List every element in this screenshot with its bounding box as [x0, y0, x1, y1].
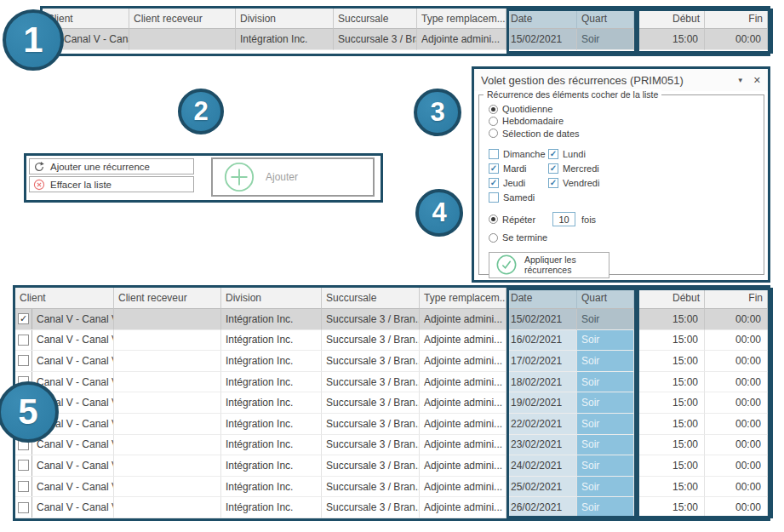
day-checkbox-lundi[interactable]: ✓Lundi [548, 148, 650, 160]
quart-value: Soir [577, 372, 634, 393]
column-header-succursale[interactable]: Succursale [334, 9, 417, 29]
fin-value: 00:00 [705, 309, 768, 330]
date-value: 25/02/2021 [506, 477, 577, 498]
checkbox-label: Vendredi [563, 178, 599, 188]
succursale-value: Succursale 3 / Bran... [322, 414, 420, 435]
table-row[interactable]: ✓Canal V - Canal V...Intégration Inc.Suc… [43, 29, 768, 50]
column-header-client-receveur[interactable]: Client receveur [114, 288, 221, 309]
checkbox-cell [15, 351, 32, 371]
debut-value: 15:00 [634, 435, 705, 456]
row-checkbox[interactable] [18, 355, 29, 366]
debut-value: 15:00 [634, 309, 705, 330]
column-header-division[interactable]: Division [236, 9, 334, 29]
add-recurrence-button[interactable]: Ajouter une récurrence [29, 158, 194, 174]
checkbox-cell: ✓ [15, 309, 32, 329]
column-header-quart[interactable]: Quart [577, 288, 634, 309]
checkbox-label: Mercredi [563, 163, 599, 174]
column-header-fin[interactable]: Fin [705, 288, 768, 309]
days-checkbox-grid: Dimanche✓Lundi✓Mardi✓Mercredi✓Jeudi✓Vend… [489, 147, 764, 205]
column-header-debut[interactable]: Début [634, 288, 705, 309]
fin-value: 00:00 [705, 435, 768, 456]
quart-value: Soir [577, 414, 634, 435]
repeat-suffix: fois [581, 215, 596, 225]
top-table-filler [43, 50, 768, 54]
frequency-option-selection-de-dates[interactable]: Sélection de dates [489, 128, 764, 140]
column-header-debut[interactable]: Début [634, 9, 705, 29]
close-icon[interactable]: ✕ [753, 75, 761, 86]
table-row[interactable]: Canal V - Canal V...Intégration Inc.Succ… [15, 392, 768, 414]
table-row[interactable]: Canal V - Canal V...Intégration Inc.Succ… [15, 351, 768, 372]
radio-icon [489, 215, 498, 224]
column-header-client[interactable]: Client [15, 288, 114, 309]
column-header-quart[interactable]: Quart [577, 9, 634, 29]
pin-dropdown-icon[interactable]: ▼ [737, 77, 744, 84]
succursale-value: Succursale 3 / Bran... [322, 309, 420, 330]
column-header-type-remplacement[interactable]: Type remplacem... [417, 9, 506, 29]
column-header-division[interactable]: Division [221, 288, 322, 309]
date-value: 17/02/2021 [506, 351, 577, 372]
table-row[interactable]: Canal V - Canal V...Intégration Inc.Succ… [15, 497, 768, 518]
table-row[interactable]: Canal V - Canal V...Intégration Inc.Succ… [15, 330, 768, 352]
client-value: Canal V - Canal V... [32, 501, 113, 513]
quart-value: Soir [577, 29, 634, 50]
terminate-option[interactable]: Se termine [489, 232, 764, 244]
checkbox-icon: ✓ [548, 149, 558, 159]
fin-value: 00:00 [705, 330, 768, 352]
date-value: 23/02/2021 [506, 435, 577, 456]
checkbox-label: Dimanche [503, 149, 546, 159]
row-checkbox[interactable]: ✓ [18, 313, 29, 324]
row-checkbox[interactable] [18, 481, 29, 492]
green-plus-circle-icon [223, 161, 255, 193]
day-checkbox-dimanche[interactable]: Dimanche [489, 148, 548, 160]
client-value: Canal V - Canal V... [32, 438, 113, 450]
row-checkbox[interactable] [18, 460, 29, 471]
row-checkbox[interactable] [18, 335, 29, 346]
debut-value: 15:00 [634, 372, 705, 393]
division-value: Intégration Inc. [221, 414, 322, 435]
frequency-option-hebdomadaire[interactable]: Hebdomadaire [489, 115, 764, 127]
add-button[interactable]: Ajouter [211, 157, 375, 197]
panel-title-bar: Volet gestion des récurrences (PRIM051) … [474, 69, 768, 91]
radio-label: Sélection de dates [502, 129, 580, 139]
terminate-label: Se termine [502, 232, 547, 243]
client-value: Canal V - Canal V... [32, 313, 113, 325]
column-header-fin[interactable]: Fin [705, 9, 768, 29]
repeat-option[interactable]: Répéter fois [489, 212, 764, 227]
checkbox-cell [15, 455, 32, 476]
table-row[interactable]: Canal V - Canal V...Intégration Inc.Succ… [15, 372, 768, 393]
apply-recurrences-button[interactable]: Appliquer les récurrences [489, 252, 609, 278]
column-header-date[interactable]: Date [506, 9, 577, 29]
day-checkbox-vendredi[interactable]: ✓Vendredi [548, 177, 650, 189]
date-value: 18/02/2021 [506, 372, 577, 393]
table-row[interactable]: Canal V - Canal V...Intégration Inc.Succ… [15, 435, 768, 456]
day-checkbox-jeudi[interactable]: ✓Jeudi [489, 177, 548, 189]
row-checkbox[interactable] [18, 502, 29, 513]
column-header-date[interactable]: Date [506, 288, 577, 309]
checkbox-cell [15, 330, 32, 351]
column-header-succursale[interactable]: Succursale [322, 288, 420, 309]
day-checkbox-mercredi[interactable]: ✓Mercredi [548, 163, 650, 174]
division-value: Intégration Inc. [236, 29, 334, 50]
clear-list-button[interactable]: Effacer la liste [29, 176, 194, 192]
date-value: 19/02/2021 [506, 392, 577, 414]
radio-icon [489, 233, 498, 243]
day-checkbox-mardi[interactable]: ✓Mardi [489, 163, 548, 174]
repeat-count-input[interactable] [552, 212, 575, 226]
client-value: Canal V - Canal V... [32, 460, 113, 472]
table-row[interactable]: ✓Canal V - Canal V...Intégration Inc.Suc… [15, 309, 768, 330]
succursale-value: Succursale 3 / Bran... [322, 351, 420, 372]
table-row[interactable]: Canal V - Canal V...Intégration Inc.Succ… [15, 477, 768, 498]
type-remplacement-value: Adjointe admini... [420, 435, 506, 456]
debut-value: 15:00 [634, 497, 705, 518]
day-checkbox-samedi[interactable]: Samedi [489, 192, 548, 203]
frequency-option-quotidienne[interactable]: Quotidienne [489, 103, 764, 115]
table-row[interactable]: Canal V - Canal V...Intégration Inc.Succ… [15, 414, 768, 435]
fin-value: 00:00 [705, 477, 768, 498]
column-header-type-remplacement[interactable]: Type remplacem... [420, 288, 506, 309]
step-badge-3: 3 [414, 89, 461, 136]
succursale-value: Succursale 3 / Bran... [322, 477, 420, 498]
column-header-client-receveur[interactable]: Client receveur [129, 9, 236, 29]
debut-value: 15:00 [634, 351, 705, 372]
type-remplacement-value: Adjointe admini... [420, 392, 506, 414]
table-row[interactable]: Canal V - Canal V...Intégration Inc.Succ… [15, 455, 768, 477]
